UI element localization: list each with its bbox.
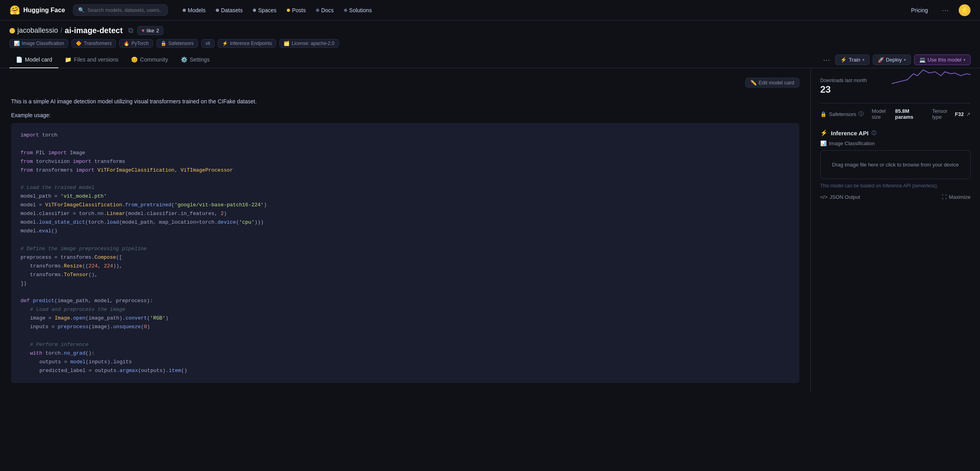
inference-note: This model can be loaded on Inference AP… (820, 183, 971, 189)
tabs-more-icon[interactable]: ⋯ (821, 54, 832, 66)
right-panel: Downloads last month 23 🔒 Safetensors ⓘ … (810, 68, 980, 392)
like-label: like (147, 28, 155, 34)
nav-links: Models Datasets Spaces Posts Docs Soluti… (179, 5, 376, 15)
train-chevron-icon: ▾ (862, 58, 864, 62)
tensor-type-label: Tensor type (932, 108, 953, 120)
safetensors-info: 🔒 Safetensors ⓘ (820, 110, 864, 118)
nav-solutions[interactable]: Solutions (340, 5, 376, 15)
nav-docs[interactable]: Docs (312, 5, 338, 15)
tab-community[interactable]: 😊 Community (125, 52, 174, 68)
maximize-button[interactable]: ⛶ Maximize (942, 194, 971, 200)
pricing-link[interactable]: Pricing (907, 5, 932, 15)
user-avatar[interactable]: 🌟 (959, 4, 971, 16)
train-label: Train (849, 57, 860, 63)
breadcrumb-repo[interactable]: ai-image-detect (65, 26, 123, 35)
json-output-button[interactable]: </> JSON Output (820, 194, 860, 200)
code-icon: </> (820, 194, 828, 200)
tag-license-label: License: apache-2.0 (292, 41, 334, 46)
edit-model-card-button[interactable]: ✏️ Edit model card (745, 78, 799, 88)
downloads-value: 23 (820, 84, 867, 95)
tab-model-card[interactable]: 📄 Model card (9, 52, 58, 68)
image-classification-icon: 📊 (14, 41, 20, 46)
downloads-section: Downloads last month 23 (820, 78, 971, 95)
search-icon: 🔍 (78, 7, 84, 13)
meta-row: 🔒 Safetensors ⓘ Model size 85.8M params … (820, 103, 971, 125)
tag-transformers[interactable]: 🔶 Transformers (71, 39, 116, 48)
tag-safetensors[interactable]: 🔒 Safetensors (156, 39, 198, 48)
tag-inference-endpoints-label: Inference Endpoints (230, 41, 272, 46)
tab-files-versions-label: Files and versions (74, 56, 118, 63)
tag-pytorch-label: PyTorch (131, 41, 148, 46)
train-button[interactable]: ⚡ Train ▾ (835, 54, 869, 65)
json-output-label: JSON Output (830, 194, 860, 200)
nav-models[interactable]: Models (179, 5, 209, 15)
nav-solutions-label: Solutions (349, 7, 372, 13)
files-versions-icon: 📁 (65, 56, 71, 63)
models-icon (183, 9, 186, 12)
nav-posts[interactable]: Posts (283, 5, 310, 15)
tag-vit[interactable]: vit (201, 39, 215, 48)
nav-datasets[interactable]: Datasets (212, 5, 247, 15)
tags-bar: 📊 Image Classification 🔶 Transformers 🔥 … (0, 35, 980, 52)
pytorch-icon: 🔥 (123, 41, 129, 46)
tab-files-versions[interactable]: 📁 Files and versions (58, 52, 125, 68)
edit-model-card-label: Edit model card (759, 80, 794, 86)
settings-icon: ⚙️ (181, 56, 187, 63)
deploy-chevron-icon: ▾ (904, 58, 906, 62)
inference-api-help-icon[interactable]: ⓘ (872, 130, 876, 136)
safetensors-label: Safetensors (829, 111, 856, 117)
brand-title: Hugging Face (23, 7, 65, 14)
image-classification-type-label: Image Classification (829, 140, 875, 146)
transformers-icon: 🔶 (76, 41, 82, 46)
copy-icon[interactable]: ⧉ (128, 26, 133, 35)
like-count: 2 (156, 28, 159, 34)
breadcrumb: jacoballessio / ai-image-detect ⧉ ♥ like… (0, 21, 980, 35)
nav-spaces-label: Spaces (258, 7, 277, 13)
nav-spaces[interactable]: Spaces (249, 5, 281, 15)
expand-icon[interactable]: ↗ (966, 111, 971, 117)
downloads-label: Downloads last month (820, 78, 867, 83)
breadcrumb-actions: ⧉ ♥ like 2 (128, 26, 163, 35)
tensor-type-value: F32 (955, 111, 964, 117)
upload-text: Drag image file here or click to browse … (832, 162, 959, 168)
nav-docs-label: Docs (321, 7, 334, 13)
search-input[interactable] (88, 7, 163, 13)
tag-license[interactable]: 🗂️ License: apache-2.0 (279, 39, 339, 48)
safetensors-tag-icon: 🔒 (161, 41, 166, 46)
brand-logo[interactable]: 🤗 Hugging Face (9, 5, 65, 15)
edit-icon: ✏️ (750, 80, 757, 86)
like-button[interactable]: ♥ like 2 (137, 26, 163, 35)
solutions-icon (344, 9, 347, 12)
model-size-info: Model size 85.8M params (872, 108, 924, 120)
tag-image-classification-label: Image Classification (22, 41, 64, 46)
model-card-content: ✏️ Edit model card This is a simple AI i… (0, 68, 810, 392)
docs-icon (316, 9, 319, 12)
tab-model-card-label: Model card (25, 56, 52, 63)
tag-image-classification[interactable]: 📊 Image Classification (9, 39, 68, 48)
tag-inference-endpoints[interactable]: ⚡ Inference Endpoints (218, 39, 277, 48)
downloads-chart (892, 62, 971, 86)
maximize-label: Maximize (949, 194, 971, 200)
maximize-icon: ⛶ (942, 194, 947, 200)
breadcrumb-username: jacoballessio (17, 26, 58, 35)
breadcrumb-user[interactable]: jacoballessio (9, 26, 58, 35)
search-bar[interactable]: 🔍 (73, 4, 168, 16)
safetensors-help-icon[interactable]: ⓘ (858, 110, 864, 118)
tab-settings[interactable]: ⚙️ Settings (174, 52, 216, 68)
spaces-icon (253, 9, 256, 12)
inference-footer: </> JSON Output ⛶ Maximize (820, 194, 971, 200)
more-menu-icon[interactable]: ⋯ (940, 4, 951, 17)
tab-settings-label: Settings (190, 56, 210, 63)
tabs-left: 📄 Model card 📁 Files and versions 😊 Comm… (9, 52, 216, 68)
model-card-icon: 📄 (16, 56, 22, 63)
image-upload-area[interactable]: Drag image file here or click to browse … (820, 150, 971, 179)
tag-pytorch[interactable]: 🔥 PyTorch (119, 39, 153, 48)
inference-api-header: ⚡ Inference API ⓘ (820, 129, 971, 136)
main-content: ✏️ Edit model card This is a simple AI i… (0, 68, 980, 392)
tabs-bar: 📄 Model card 📁 Files and versions 😊 Comm… (0, 52, 980, 68)
model-size-label: Model size (872, 108, 892, 120)
code-block: import torch from PIL import Image from … (11, 123, 799, 383)
model-size-value: 85.8M params (895, 108, 924, 120)
inference-endpoints-icon: ⚡ (222, 41, 228, 46)
use-model-chevron-icon: ▾ (963, 58, 965, 62)
